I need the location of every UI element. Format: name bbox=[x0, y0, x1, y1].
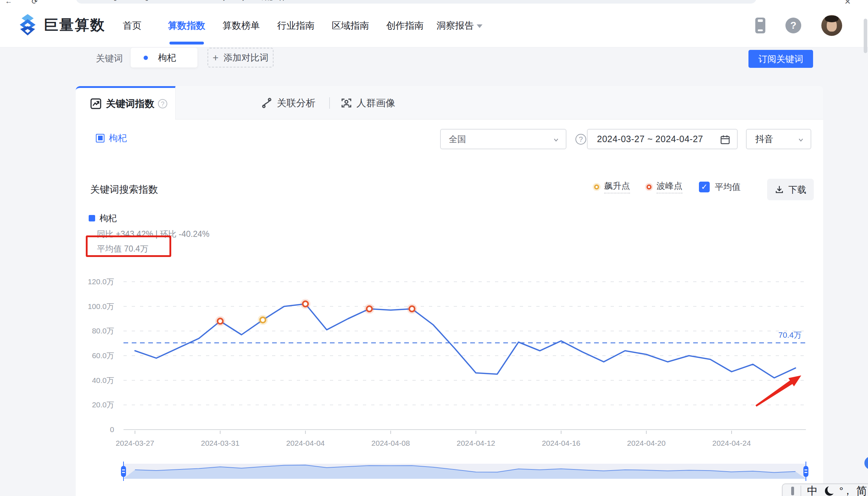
keyword-chip-text: 枸杞 bbox=[158, 52, 176, 64]
chevron-down-icon bbox=[554, 137, 559, 142]
chart-legend: 飙升点 波峰点 ✓ 平均值 bbox=[594, 180, 741, 193]
series-info-name: 枸杞 bbox=[89, 212, 117, 224]
tab-relation-analysis[interactable]: 关联分析 bbox=[261, 86, 316, 120]
browser-reload-icon[interactable]: ⟳ bbox=[32, 0, 38, 4]
peak-point-marker bbox=[303, 301, 308, 307]
ime-chinese-mode[interactable]: 中 bbox=[807, 484, 818, 496]
tab-audience-portrait[interactable]: 人群画像 bbox=[341, 86, 395, 120]
browser-toolbar: ← ⟳ trendinsight.oceanengine.com/arithme… bbox=[0, 0, 868, 4]
chevron-down-icon bbox=[477, 24, 482, 28]
region-help-icon[interactable]: ? bbox=[575, 134, 586, 145]
nav-item-region[interactable]: 区域指南 bbox=[323, 4, 378, 47]
x-tick-label: 2024-03-27 bbox=[116, 439, 154, 447]
y-tick-label: 120.0万 bbox=[88, 277, 114, 286]
x-tick-label: 2024-04-08 bbox=[372, 439, 410, 447]
keyword-chip[interactable]: 枸杞 bbox=[131, 48, 197, 67]
address-bar[interactable]: trendinsight.oceanengine.com/arithmetic-… bbox=[76, 0, 756, 4]
peak-point-marker bbox=[367, 306, 372, 312]
header-actions: ? bbox=[755, 4, 842, 47]
y-tick-label: 40.0万 bbox=[92, 376, 114, 384]
nav-item-reports[interactable]: 洞察报告 bbox=[432, 4, 487, 47]
main-nav: 首页 算数指数 算数榜单 行业指南 区域指南 创作指南 洞察报告 bbox=[105, 4, 487, 47]
keyword-label: 关键词 bbox=[96, 52, 123, 64]
download-button[interactable]: 下载 bbox=[767, 179, 814, 200]
site-header: 巨量算数 首页 算数指数 算数榜单 行业指南 区域指南 创作指南 洞察报告 ? bbox=[0, 4, 868, 47]
spike-point-label[interactable]: 飙升点 bbox=[604, 180, 630, 193]
region-select[interactable]: 全国 bbox=[440, 129, 566, 149]
series-color-swatch bbox=[89, 215, 95, 221]
logo-text: 巨量算数 bbox=[44, 15, 106, 35]
floating-assistant-button[interactable] bbox=[864, 457, 868, 469]
ime-punctuation-mode[interactable]: °， bbox=[839, 484, 852, 496]
y-tick-label: 100.0万 bbox=[88, 302, 114, 310]
ime-simplified-mode[interactable]: 简 bbox=[856, 484, 867, 496]
mobile-app-icon[interactable] bbox=[755, 18, 765, 33]
series-toggle-goji[interactable]: 枸杞 bbox=[96, 132, 127, 144]
tab-keyword-index-label: 关键词指数 bbox=[106, 97, 154, 110]
browser-back-icon[interactable]: ← bbox=[5, 0, 12, 4]
ime-cursor-icon bbox=[791, 487, 794, 495]
series-line bbox=[135, 304, 795, 378]
x-tick-label: 2024-04-24 bbox=[712, 439, 751, 447]
nav-item-industry[interactable]: 行业指南 bbox=[269, 4, 323, 47]
brush-handle-right[interactable] bbox=[803, 466, 808, 477]
nav-item-rankings[interactable]: 算数榜单 bbox=[214, 4, 269, 47]
peak-point-label[interactable]: 波峰点 bbox=[657, 180, 682, 193]
url-text: trendinsight.oceanengine.com/arithmetic-… bbox=[92, 0, 323, 2]
nav-item-index[interactable]: 算数指数 bbox=[159, 4, 214, 47]
logo[interactable]: 巨量算数 bbox=[17, 14, 106, 36]
keyword-dot-icon bbox=[144, 56, 148, 60]
average-checkbox[interactable]: ✓ bbox=[699, 182, 710, 192]
help-icon[interactable]: ? bbox=[785, 18, 801, 33]
scrollbar-thumb[interactable] bbox=[864, 19, 867, 53]
relation-icon bbox=[261, 97, 272, 109]
brush-handle-left[interactable] bbox=[121, 466, 126, 477]
spike-point-marker bbox=[260, 317, 266, 323]
x-tick-label: 2024-03-31 bbox=[201, 439, 239, 447]
series-checkbox-icon bbox=[96, 134, 104, 142]
series-toggle-label: 枸杞 bbox=[109, 132, 127, 144]
average-checkbox-label: 平均值 bbox=[715, 181, 741, 193]
date-range-value: 2024-03-27 ~ 2024-04-27 bbox=[597, 134, 703, 144]
crescent-moon-icon[interactable] bbox=[825, 486, 834, 496]
audience-icon bbox=[341, 97, 352, 109]
subscribe-keyword-button[interactable]: 订阅关键词 bbox=[748, 50, 813, 68]
average-highlight-annotation bbox=[86, 235, 171, 257]
y-tick-label: 0 bbox=[110, 425, 114, 434]
tab-divider bbox=[329, 97, 330, 109]
plus-icon: + bbox=[213, 52, 218, 64]
ime-status-bar[interactable]: 中 °， 简 bbox=[782, 483, 868, 496]
spike-point-icon bbox=[594, 184, 599, 189]
date-range-picker[interactable]: 2024-03-27 ~ 2024-04-27 bbox=[587, 129, 738, 149]
calendar-icon bbox=[720, 134, 731, 145]
platform-select[interactable]: 抖音 bbox=[746, 129, 811, 149]
download-label: 下载 bbox=[788, 184, 806, 196]
page: ← ⟳ trendinsight.oceanengine.com/arithme… bbox=[0, 0, 868, 496]
chart-title: 关键词搜索指数 bbox=[90, 183, 158, 196]
trend-chart-icon bbox=[90, 98, 102, 109]
chevron-down-icon bbox=[798, 137, 803, 142]
x-tick-label: 2024-04-04 bbox=[286, 439, 325, 447]
y-tick-label: 60.0万 bbox=[92, 351, 114, 360]
series-name-text: 枸杞 bbox=[99, 212, 117, 224]
x-tick-label: 2024-04-20 bbox=[627, 439, 666, 447]
y-tick-label: 20.0万 bbox=[92, 401, 114, 409]
download-icon bbox=[775, 185, 784, 194]
tab-strip: 关键词指数 ? 关联分析 人群画像 bbox=[76, 86, 823, 120]
ime-divider bbox=[801, 486, 801, 496]
tab-help-icon[interactable]: ? bbox=[158, 99, 167, 108]
tab-keyword-index[interactable]: 关键词指数 ? bbox=[76, 86, 176, 120]
active-nav-underline bbox=[169, 42, 204, 45]
user-avatar[interactable] bbox=[821, 15, 842, 36]
nav-item-creation[interactable]: 创作指南 bbox=[378, 4, 432, 47]
nav-item-home[interactable]: 首页 bbox=[105, 4, 159, 47]
close-icon[interactable]: ✕ bbox=[844, 0, 851, 4]
add-compare-word-button[interactable]: + 添加对比词 bbox=[207, 48, 274, 67]
platform-select-value: 抖音 bbox=[755, 133, 773, 145]
region-select-value: 全国 bbox=[449, 134, 466, 145]
tab-relation-analysis-label: 关联分析 bbox=[277, 97, 316, 109]
logo-icon bbox=[17, 14, 39, 36]
add-compare-word-label: 添加对比词 bbox=[224, 52, 269, 64]
keyword-index-chart: 020.0万40.0万60.0万80.0万100.0万120.0万2024-03… bbox=[76, 276, 823, 496]
x-tick-label: 2024-04-12 bbox=[457, 439, 495, 447]
